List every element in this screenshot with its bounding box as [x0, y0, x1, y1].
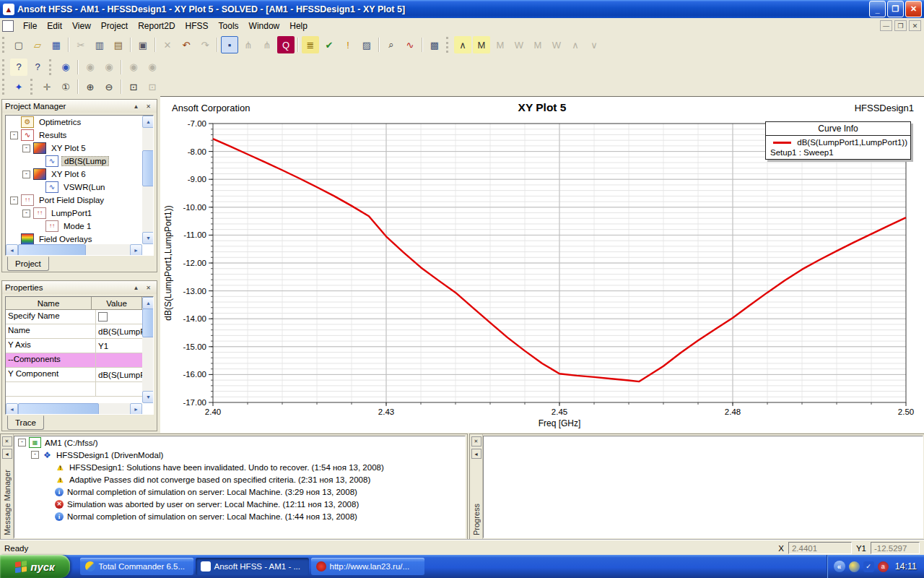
- marker-max-icon[interactable]: M: [473, 36, 490, 53]
- menu-item[interactable]: Window: [244, 20, 285, 33]
- menu-item[interactable]: View: [67, 20, 96, 33]
- checkbox[interactable]: [98, 312, 108, 322]
- property-value[interactable]: Y1: [96, 339, 142, 353]
- dock-close-icon[interactable]: ✕: [471, 436, 481, 447]
- tray-language-icon[interactable]: a: [878, 561, 889, 572]
- tree-item[interactable]: dB(S(Lump: [6, 155, 142, 168]
- tree-item[interactable]: - XY Plot 6: [6, 168, 142, 181]
- context-help-icon[interactable]: ?: [29, 59, 46, 76]
- column-header-name[interactable]: Name: [6, 297, 92, 310]
- tray-dialup-icon[interactable]: ✓: [863, 561, 874, 572]
- taskbar-task-button[interactable]: Ansoft HFSS - AM1 - ...: [196, 558, 309, 575]
- taskbar-task-button[interactable]: http://www.lan23.ru/...: [311, 558, 424, 575]
- menu-item[interactable]: File: [18, 20, 42, 33]
- menu-item[interactable]: Tools: [214, 20, 244, 33]
- save-icon[interactable]: ▦: [48, 36, 65, 53]
- property-value[interactable]: dB(S(LumpP: [96, 368, 142, 381]
- tab-project[interactable]: Project: [7, 256, 49, 271]
- modeler-icon[interactable]: ✦: [10, 78, 27, 95]
- hscroll-thumb[interactable]: [18, 403, 99, 415]
- property-row[interactable]: Y Component dB(S(LumpP: [6, 368, 142, 382]
- hide-selection-icon[interactable]: ◉: [82, 59, 99, 76]
- message-row[interactable]: Adaptive Passes did not converge based o…: [14, 473, 465, 486]
- menu-item[interactable]: Report2D: [133, 20, 180, 33]
- tree-item[interactable]: - Results: [6, 129, 142, 142]
- tree-item[interactable]: Mode 1: [6, 220, 142, 233]
- analysis-setup-icon[interactable]: ≣: [302, 36, 319, 53]
- tree-item[interactable]: VSWR(Lun: [6, 181, 142, 194]
- property-row[interactable]: --Components: [6, 353, 142, 368]
- help-topics-icon[interactable]: ?: [10, 59, 27, 76]
- marker-valley-icon[interactable]: W: [510, 36, 528, 53]
- tree-item[interactable]: - LumpPort1: [6, 207, 142, 220]
- hide-all-icon[interactable]: ◉: [125, 59, 142, 76]
- toolbar-handle[interactable]: [49, 59, 53, 75]
- property-value[interactable]: [96, 353, 142, 367]
- tray-chevron-icon[interactable]: «: [834, 561, 845, 572]
- dock-pin-icon[interactable]: ◄: [471, 449, 481, 459]
- mdi-minimize-button[interactable]: —: [880, 20, 892, 31]
- mdi-child-icon[interactable]: [2, 20, 14, 32]
- tree-item[interactable]: Optimetrics: [6, 116, 142, 129]
- dock-pin-icon[interactable]: ◄: [2, 449, 12, 459]
- property-value[interactable]: [96, 382, 142, 396]
- tree-expander-icon[interactable]: -: [22, 210, 30, 217]
- marker-peak-icon[interactable]: ∧: [454, 36, 471, 53]
- solution-data-icon[interactable]: ▨: [358, 36, 375, 53]
- vscroll-thumb[interactable]: [142, 150, 154, 186]
- marker-up-icon[interactable]: ∧: [567, 36, 584, 53]
- message-row[interactable]: - AM1 (C:/hfss/): [14, 436, 465, 449]
- zoom-out-icon[interactable]: ⊖: [100, 78, 118, 95]
- toolbar-handle[interactable]: [30, 79, 35, 95]
- tree-expander-icon[interactable]: -: [10, 131, 18, 139]
- panel-close-icon[interactable]: ✕: [143, 101, 154, 112]
- project-tree-vscrollbar[interactable]: ▲ ▼: [142, 116, 153, 244]
- vscroll-thumb[interactable]: [142, 309, 154, 337]
- panel-close-icon[interactable]: ✕: [143, 282, 154, 293]
- delete-icon[interactable]: ✕: [159, 36, 176, 53]
- toolbar-handle[interactable]: [446, 37, 450, 53]
- zoom-rect-icon[interactable]: ⊡: [125, 78, 142, 95]
- message-row[interactable]: Simulation was aborted by user on server…: [14, 498, 465, 510]
- menu-item[interactable]: Project: [96, 20, 133, 33]
- menu-item[interactable]: Help: [284, 20, 313, 33]
- start-button[interactable]: пуск: [0, 555, 70, 578]
- field-zoom-icon[interactable]: ⌕: [383, 36, 400, 53]
- show-all-icon[interactable]: ◉: [144, 59, 161, 76]
- tree-expander-icon[interactable]: -: [22, 144, 30, 152]
- panel-collapse-icon[interactable]: ▲: [131, 101, 141, 112]
- zoom-in-icon[interactable]: ⊕: [82, 78, 99, 95]
- minimize-button[interactable]: _: [869, 1, 886, 17]
- marker-min-icon[interactable]: M: [492, 36, 509, 53]
- scroll-right-icon[interactable]: ►: [130, 403, 142, 415]
- marker-m2-icon[interactable]: M: [529, 36, 546, 53]
- panel-collapse-icon[interactable]: ▲: [131, 282, 141, 293]
- open-icon[interactable]: ▱: [29, 36, 46, 53]
- property-value[interactable]: dB(S(LumpP: [96, 324, 142, 338]
- curve-info-legend[interactable]: Curve Info dB(S(LumpPort1,LumpPort1)) Se…: [765, 121, 911, 160]
- column-header-value[interactable]: Value: [92, 297, 142, 310]
- menu-item[interactable]: HFSS: [180, 20, 214, 33]
- properties-vscrollbar[interactable]: ▲ ▼: [142, 297, 153, 403]
- lumped-port-icon[interactable]: ⋔: [258, 36, 276, 53]
- project-tree-hscrollbar[interactable]: ◄ ►: [6, 244, 142, 255]
- scroll-left-icon[interactable]: ◄: [6, 244, 18, 256]
- solve-setup-icon[interactable]: ▪: [221, 36, 238, 53]
- property-row[interactable]: Y Axis Y1: [6, 339, 142, 353]
- property-row[interactable]: [6, 382, 142, 397]
- close-button[interactable]: ✕: [905, 1, 922, 17]
- message-row[interactable]: - HFSSDesign1 (DrivenModal): [14, 449, 465, 461]
- validate-icon[interactable]: ✔: [321, 36, 338, 53]
- undo-icon[interactable]: ↶: [178, 36, 195, 53]
- create-report-icon[interactable]: ∿: [401, 36, 419, 53]
- menu-item[interactable]: Edit: [42, 20, 67, 33]
- show-selection-icon[interactable]: ◉: [100, 59, 118, 76]
- tree-item[interactable]: - XY Plot 5: [6, 142, 142, 155]
- hscroll-thumb[interactable]: [18, 244, 86, 256]
- property-row[interactable]: Specify Name: [6, 310, 142, 324]
- copy-icon[interactable]: ▥: [91, 36, 108, 53]
- scroll-down-icon[interactable]: ▼: [142, 232, 154, 244]
- message-row[interactable]: Normal completion of simulation on serve…: [14, 486, 465, 498]
- analyze-icon[interactable]: !: [339, 36, 357, 53]
- dock-close-icon[interactable]: ✕: [2, 436, 12, 447]
